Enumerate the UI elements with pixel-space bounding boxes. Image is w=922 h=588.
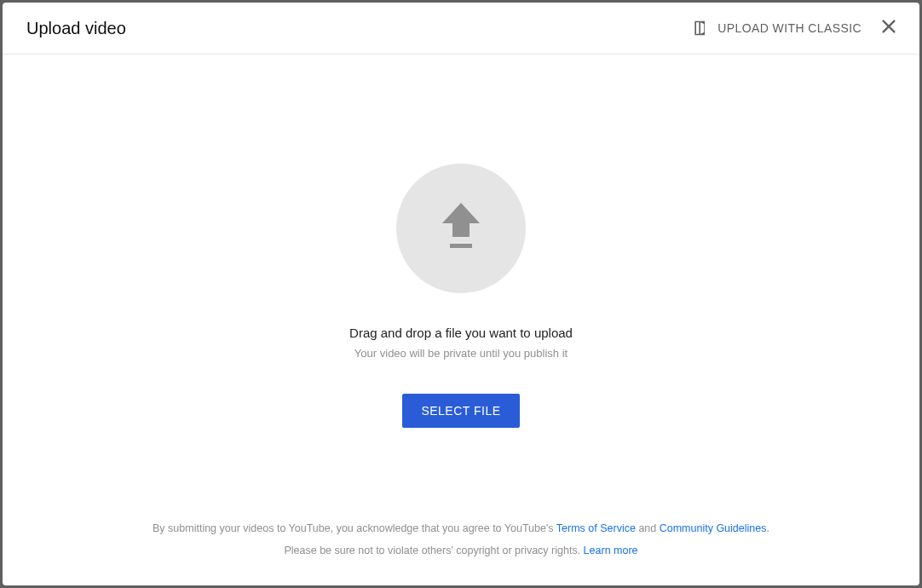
select-file-button[interactable]: SELECT FILE [402,394,519,428]
upload-with-classic-button[interactable]: UPLOAD WITH CLASSIC [692,19,861,37]
dialog-header: Upload video UPLOAD WITH CLASSIC [3,3,919,55]
footer-text: By submitting your videos to YouTube, yo… [153,522,556,534]
dialog-title: Upload video [26,19,126,38]
learn-more-link[interactable]: Learn more [584,545,638,556]
upload-drop-zone[interactable]: Drag and drop a file you want to upload … [3,55,919,504]
exit-door-icon [692,19,709,37]
upload-video-dialog: Upload video UPLOAD WITH CLASSIC [3,3,919,585]
footer-text: . [766,522,769,534]
close-icon [879,17,898,39]
upload-classic-label: UPLOAD WITH CLASSIC [717,21,861,35]
upload-arrow-icon [437,201,485,256]
terms-of-service-link[interactable]: Terms of Service [556,522,636,534]
footer-line-1: By submitting your videos to YouTube, yo… [37,517,885,539]
footer-text: Please be sure not to violate others' co… [284,545,583,556]
close-button[interactable] [879,18,899,38]
header-actions: UPLOAD WITH CLASSIC [692,18,899,38]
drag-drop-text: Drag and drop a file you want to upload [349,326,573,340]
footer-text: and [636,522,660,534]
footer-line-2: Please be sure not to violate others' co… [37,539,885,562]
svg-rect-3 [450,244,472,248]
community-guidelines-link[interactable]: Community Guidelines [660,522,767,534]
footer-legal: By submitting your videos to YouTube, yo… [3,504,919,586]
svg-point-0 [701,27,703,29]
upload-icon-circle [396,164,526,293]
privacy-note: Your video will be private until you pub… [354,347,568,360]
